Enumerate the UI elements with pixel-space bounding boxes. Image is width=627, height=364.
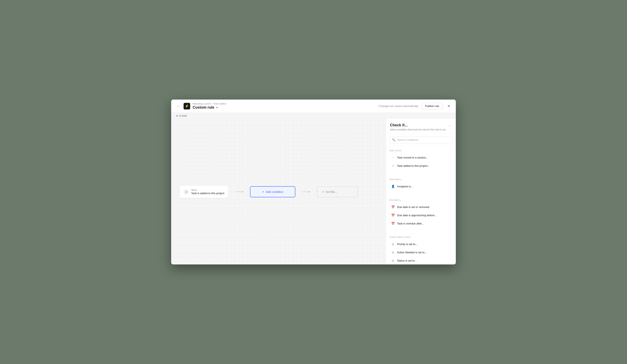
group-custom-field: Custom field is set to... ◎ Priority is … [386, 232, 456, 265]
condition-task-added-project[interactable]: + Task added to this project... [389, 162, 453, 170]
status-dot [176, 115, 178, 117]
condition-assignee-text: Assignee is... [397, 185, 413, 188]
canvas[interactable]: + When Task is added to this project + A… [171, 119, 386, 265]
panel-subtitle: Add a condition that must be met for the… [390, 128, 447, 131]
breadcrumb-project[interactable]: Marketing Launch [193, 102, 210, 105]
condition-due-date-approaching-text: Due date is approaching before... [397, 214, 437, 217]
add-condition-card[interactable]: + Add condition [250, 186, 295, 197]
breadcrumb-separator: > [211, 102, 213, 105]
app-logo: ⚡ [184, 103, 190, 109]
condition-task-overdue[interactable]: 📅 Task is overdue after... [389, 219, 453, 228]
right-panel: Check if... Add a condition that must be… [386, 119, 456, 265]
do-this-label: Do this... [326, 190, 337, 193]
condition-status-text: Status is set to... [397, 259, 417, 262]
search-area: 🔍 [386, 134, 456, 146]
header-title-area: Marketing Launch > Rule Gallery Custom r… [193, 102, 376, 110]
calendar-icon-2: 📅 [391, 213, 395, 217]
group-due-date-label: Due date is... [389, 199, 453, 201]
search-box: 🔍 [389, 136, 453, 143]
header: ← ⚡ Marketing Launch > Rule Gallery Cust… [171, 99, 456, 113]
condition-assignee[interactable]: 👤 Assignee is... [389, 182, 453, 190]
group-task-moved: Task moved → Task moved to a section... … [386, 146, 456, 172]
breadcrumb: Marketing Launch > Rule Gallery [193, 102, 376, 105]
flow-container: + When Task is added to this project + A… [179, 185, 358, 198]
condition-task-moved-section[interactable]: → Task moved to a section... [389, 153, 453, 162]
status-icon: ◎ [391, 259, 395, 263]
condition-task-added-project-text: Task added to this project... [397, 164, 430, 167]
status-bar: In draft [171, 113, 456, 119]
add-condition-label: Add condition [266, 190, 283, 193]
group-custom-field-label: Custom field is set to... [389, 236, 453, 238]
close-button[interactable]: ✕ [446, 103, 452, 109]
connector-2 [302, 191, 310, 192]
when-icon: + [184, 189, 189, 194]
plus-icon: + [391, 164, 395, 168]
rule-name-text: Custom rule [193, 105, 214, 110]
main-area: + When Task is added to this project + A… [171, 119, 456, 265]
group-task-moved-label: Task moved [389, 149, 453, 152]
do-this-plus-icon: + [322, 190, 324, 193]
condition-task-overdue-text: Task is overdue after... [397, 222, 424, 225]
add-condition-plus-icon: + [262, 190, 264, 193]
calendar-icon-1: 📅 [391, 205, 395, 209]
condition-due-date-approaching[interactable]: 📅 Due date is approaching before... [389, 211, 453, 219]
panel-collapse-button[interactable]: → [447, 123, 452, 128]
group-task-field: Task field is... 👤 Assignee is... [386, 175, 456, 192]
rule-name: Custom rule ✏ [193, 105, 376, 110]
arrow-right-icon: → [391, 155, 395, 160]
status-label: In draft [179, 114, 187, 117]
priority-icon: ◎ [391, 242, 395, 246]
auto-save-text: Changes are saved automatically [379, 104, 418, 108]
panel-header: Check if... Add a condition that must be… [386, 119, 456, 134]
condition-action-needed-text: Action Needed is set to... [397, 251, 427, 254]
group-task-field-label: Task field is... [389, 178, 453, 181]
search-input[interactable] [397, 138, 450, 141]
app-window: ← ⚡ Marketing Launch > Rule Gallery Cust… [171, 99, 456, 265]
when-content: When Task is added to this project [191, 189, 224, 195]
when-card[interactable]: + When Task is added to this project [179, 185, 228, 198]
condition-task-moved-section-text: Task moved to a section... [397, 156, 428, 159]
when-value: Task is added to this project [191, 192, 224, 195]
group-due-date: Due date is... 📅 Due date is set or remo… [386, 195, 456, 229]
back-button[interactable]: ← [175, 103, 181, 109]
when-label: When [191, 189, 224, 191]
action-needed-icon: ◎ [391, 250, 395, 254]
condition-priority-text: Priority is set to... [397, 243, 418, 246]
connector-1 [235, 191, 243, 192]
calendar-icon-3: 📅 [391, 221, 395, 226]
search-icon: 🔍 [392, 138, 395, 141]
do-this-card[interactable]: + Do this... [317, 186, 358, 197]
panel-title-area: Check if... Add a condition that must be… [390, 123, 447, 131]
panel-title: Check if... [390, 123, 447, 127]
condition-priority[interactable]: ◎ Priority is set to... [389, 240, 453, 248]
condition-due-date-set-removed-text: Due date is set or removed [397, 206, 429, 209]
edit-icon[interactable]: ✏ [216, 106, 218, 109]
condition-due-date-set-removed[interactable]: 📅 Due date is set or removed [389, 203, 453, 211]
person-icon: 👤 [391, 184, 395, 188]
condition-action-needed[interactable]: ◎ Action Needed is set to... [389, 248, 453, 256]
header-right: Changes are saved automatically Publish … [379, 103, 452, 109]
condition-status[interactable]: ◎ Status is set to... [389, 256, 453, 265]
breadcrumb-section[interactable]: Rule Gallery [214, 102, 226, 105]
publish-button[interactable]: Publish rule [421, 103, 443, 109]
